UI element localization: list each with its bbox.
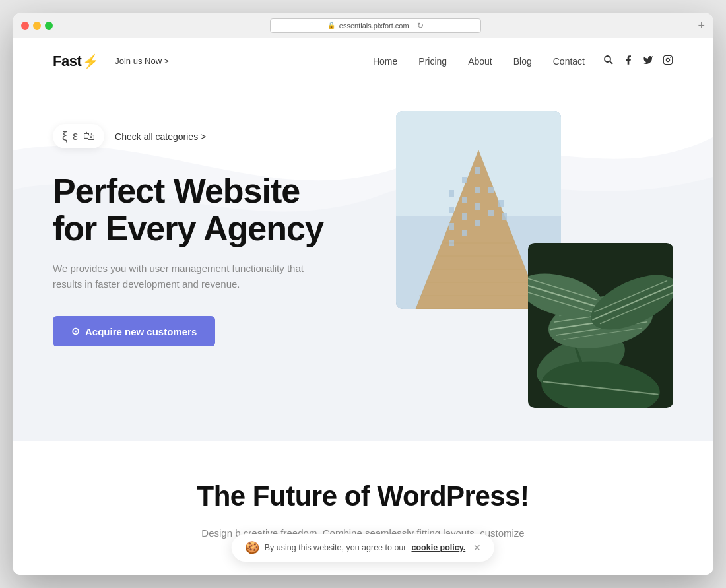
join-us-link[interactable]: Join us Now >	[115, 56, 168, 66]
logo-text: Fast	[53, 53, 81, 70]
url-text: essentials.pixfort.com	[339, 22, 409, 30]
search-icon[interactable]	[603, 55, 614, 68]
close-button[interactable]	[21, 22, 29, 30]
plants-image	[528, 243, 673, 408]
hero-images	[396, 111, 673, 428]
svg-rect-16	[462, 213, 467, 220]
svg-line-1	[610, 61, 612, 64]
cta-icon: ⊙	[71, 325, 80, 337]
twitter-icon[interactable]	[643, 55, 653, 68]
cta-button[interactable]: ⊙ Acquire new customers	[53, 316, 215, 346]
logo-bolt: ⚡	[82, 53, 99, 69]
category-icon-3: 🛍	[83, 129, 95, 143]
svg-rect-22	[475, 220, 480, 226]
lock-icon: 🔒	[327, 22, 335, 29]
svg-point-0	[605, 56, 610, 62]
svg-rect-18	[488, 187, 494, 193]
new-tab-button[interactable]: +	[698, 20, 705, 32]
check-categories-link[interactable]: Check all categories >	[115, 131, 206, 142]
instagram-icon[interactable]	[663, 55, 673, 68]
svg-rect-19	[498, 200, 504, 207]
svg-rect-15	[449, 223, 454, 230]
cookie-notice: 🍪 By using this website, you agree to ou…	[232, 534, 494, 562]
svg-rect-11	[475, 167, 480, 174]
categories-row: ξ ε 🛍 Check all categories >	[53, 124, 370, 148]
hero-content: ξ ε 🛍 Check all categories > Perfect Web…	[53, 124, 370, 346]
logo: Fast ⚡	[53, 53, 99, 70]
svg-point-3	[666, 58, 669, 61]
facebook-icon[interactable]	[623, 55, 634, 68]
svg-rect-9	[449, 190, 454, 197]
svg-rect-21	[462, 230, 467, 236]
cookie-close-button[interactable]: ✕	[473, 542, 481, 553]
cookie-text: By using this website, you agree to our	[265, 543, 407, 552]
address-bar: 🔒 essentials.pixfort.com ↻	[53, 18, 698, 33]
hero-subtext: We provides you with user management fun…	[53, 261, 317, 292]
bottom-title: The Future of WordPress!	[53, 480, 673, 512]
navbar: Fast ⚡ Join us Now > Home Pricing About …	[13, 38, 713, 84]
svg-rect-10	[462, 177, 467, 183]
nav-blog[interactable]: Blog	[513, 56, 532, 67]
svg-rect-2	[663, 55, 672, 64]
browser-window: 🔒 essentials.pixfort.com ↻ + Fast ⚡ Join…	[13, 13, 713, 575]
window-controls	[21, 22, 53, 30]
nav-contact[interactable]: Contact	[553, 56, 585, 67]
titlebar: 🔒 essentials.pixfort.com ↻ +	[13, 13, 713, 38]
url-bar[interactable]: 🔒 essentials.pixfort.com ↻	[270, 18, 481, 33]
svg-rect-23	[488, 210, 494, 216]
svg-rect-17	[475, 203, 480, 210]
svg-point-4	[670, 57, 671, 57]
cookie-icon: 🍪	[245, 540, 259, 555]
hero-section: ξ ε 🛍 Check all categories > Perfect Web…	[13, 84, 713, 441]
category-icon-1: ξ	[62, 129, 67, 143]
social-icons	[603, 55, 673, 68]
refresh-icon[interactable]: ↻	[417, 21, 424, 30]
nav-pricing[interactable]: Pricing	[418, 56, 447, 67]
nav-about[interactable]: About	[468, 56, 492, 67]
svg-rect-24	[502, 213, 507, 220]
website-content: Fast ⚡ Join us Now > Home Pricing About …	[13, 38, 713, 575]
svg-rect-14	[475, 187, 480, 193]
maximize-button[interactable]	[45, 22, 53, 30]
nav-home[interactable]: Home	[373, 56, 397, 67]
hero-headline: Perfect Website for Every Agency	[53, 172, 370, 247]
nav-links: Home Pricing About Blog Contact	[373, 56, 585, 67]
category-icon-2: ε	[73, 129, 78, 143]
svg-rect-12	[449, 207, 454, 213]
cta-label: Acquire new customers	[85, 326, 197, 337]
cookie-policy-link[interactable]: cookie policy.	[411, 543, 465, 552]
svg-rect-13	[462, 197, 467, 203]
category-icons: ξ ε 🛍	[53, 124, 104, 148]
minimize-button[interactable]	[33, 22, 41, 30]
